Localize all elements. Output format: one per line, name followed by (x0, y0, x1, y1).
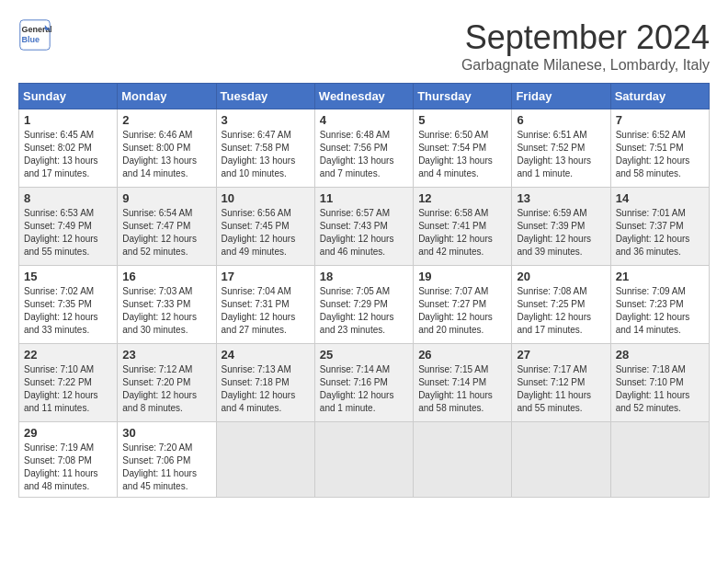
day-number: 8 (24, 191, 112, 205)
table-row: 18Sunrise: 7:05 AMSunset: 7:29 PMDayligh… (314, 266, 413, 344)
table-row: 29Sunrise: 7:19 AMSunset: 7:08 PMDayligh… (19, 422, 118, 498)
col-wednesday: Wednesday (314, 84, 413, 109)
table-row: 9Sunrise: 6:54 AMSunset: 7:47 PMDaylight… (118, 188, 216, 266)
table-row: 13Sunrise: 6:59 AMSunset: 7:39 PMDayligh… (512, 188, 610, 266)
day-number: 11 (320, 191, 408, 205)
day-info: Sunrise: 6:58 AMSunset: 7:41 PMDaylight:… (418, 207, 506, 259)
day-info: Sunrise: 6:46 AMSunset: 8:00 PMDaylight:… (122, 129, 210, 180)
table-row: 25Sunrise: 7:14 AMSunset: 7:16 PMDayligh… (314, 344, 413, 422)
table-row: 20Sunrise: 7:08 AMSunset: 7:25 PMDayligh… (512, 266, 610, 344)
day-info: Sunrise: 6:45 AMSunset: 8:02 PMDaylight:… (24, 129, 112, 180)
table-row: 22Sunrise: 7:10 AMSunset: 7:22 PMDayligh… (19, 344, 118, 422)
day-number: 16 (122, 270, 210, 283)
calendar-table: Sunday Monday Tuesday Wednesday Thursday… (18, 83, 710, 498)
day-info: Sunrise: 6:51 AMSunset: 7:52 PMDaylight:… (517, 129, 605, 180)
day-number: 2 (122, 113, 210, 127)
day-info: Sunrise: 6:56 AMSunset: 7:45 PMDaylight:… (222, 207, 310, 259)
title-section: September 2024 Garbagnate Milanese, Lomb… (461, 18, 710, 74)
month-title: September 2024 (461, 18, 710, 57)
day-info: Sunrise: 7:12 AMSunset: 7:20 PMDaylight:… (122, 363, 210, 415)
day-info: Sunrise: 6:52 AMSunset: 7:51 PMDaylight:… (616, 129, 704, 180)
day-info: Sunrise: 6:53 AMSunset: 7:49 PMDaylight:… (24, 207, 112, 259)
day-number: 10 (222, 191, 310, 205)
day-info: Sunrise: 7:10 AMSunset: 7:22 PMDaylight:… (24, 363, 112, 415)
day-info: Sunrise: 6:48 AMSunset: 7:56 PMDaylight:… (320, 129, 408, 180)
table-row (512, 422, 610, 498)
table-row: 23Sunrise: 7:12 AMSunset: 7:20 PMDayligh… (118, 344, 216, 422)
calendar-week-3: 15Sunrise: 7:02 AMSunset: 7:35 PMDayligh… (19, 266, 710, 344)
table-row: 14Sunrise: 7:01 AMSunset: 7:37 PMDayligh… (610, 188, 709, 266)
table-row: 6Sunrise: 6:51 AMSunset: 7:52 PMDaylight… (512, 109, 610, 188)
table-row: 17Sunrise: 7:04 AMSunset: 7:31 PMDayligh… (216, 266, 314, 344)
day-number: 27 (517, 348, 605, 362)
day-number: 4 (320, 113, 408, 127)
table-row (610, 422, 709, 498)
day-number: 19 (418, 270, 506, 283)
day-info: Sunrise: 7:14 AMSunset: 7:16 PMDaylight:… (320, 363, 408, 415)
day-info: Sunrise: 7:15 AMSunset: 7:14 PMDaylight:… (418, 363, 506, 415)
day-number: 5 (418, 113, 506, 127)
table-row: 1Sunrise: 6:45 AMSunset: 8:02 PMDaylight… (19, 109, 118, 188)
day-number: 24 (222, 348, 310, 362)
day-info: Sunrise: 7:01 AMSunset: 7:37 PMDaylight:… (616, 207, 704, 259)
day-number: 9 (122, 191, 210, 205)
table-row: 30Sunrise: 7:20 AMSunset: 7:06 PMDayligh… (118, 422, 216, 498)
day-info: Sunrise: 7:18 AMSunset: 7:10 PMDaylight:… (616, 363, 704, 415)
day-info: Sunrise: 6:54 AMSunset: 7:47 PMDaylight:… (122, 207, 210, 259)
table-row: 11Sunrise: 6:57 AMSunset: 7:43 PMDayligh… (314, 188, 413, 266)
table-row: 24Sunrise: 7:13 AMSunset: 7:18 PMDayligh… (216, 344, 314, 422)
day-number: 3 (222, 113, 310, 127)
table-row: 5Sunrise: 6:50 AMSunset: 7:54 PMDaylight… (414, 109, 512, 188)
col-friday: Friday (512, 84, 610, 109)
day-number: 28 (616, 348, 704, 362)
calendar-week-4: 22Sunrise: 7:10 AMSunset: 7:22 PMDayligh… (19, 344, 710, 422)
table-row: 15Sunrise: 7:02 AMSunset: 7:35 PMDayligh… (19, 266, 118, 344)
day-number: 20 (517, 270, 605, 283)
day-number: 15 (24, 270, 112, 283)
header-row: Sunday Monday Tuesday Wednesday Thursday… (19, 84, 710, 109)
logo-icon: General Blue (18, 18, 51, 52)
day-number: 21 (616, 270, 704, 283)
day-info: Sunrise: 7:03 AMSunset: 7:33 PMDaylight:… (122, 285, 210, 337)
day-number: 12 (418, 191, 506, 205)
day-info: Sunrise: 7:19 AMSunset: 7:08 PMDaylight:… (24, 442, 112, 493)
table-row: 27Sunrise: 7:17 AMSunset: 7:12 PMDayligh… (512, 344, 610, 422)
calendar-week-2: 8Sunrise: 6:53 AMSunset: 7:49 PMDaylight… (19, 188, 710, 266)
day-info: Sunrise: 7:08 AMSunset: 7:25 PMDaylight:… (517, 285, 605, 337)
table-row: 7Sunrise: 6:52 AMSunset: 7:51 PMDaylight… (610, 109, 709, 188)
col-tuesday: Tuesday (216, 84, 314, 109)
day-info: Sunrise: 7:20 AMSunset: 7:06 PMDaylight:… (122, 442, 210, 493)
table-row: 26Sunrise: 7:15 AMSunset: 7:14 PMDayligh… (414, 344, 512, 422)
day-info: Sunrise: 7:04 AMSunset: 7:31 PMDaylight:… (222, 285, 310, 337)
day-number: 17 (222, 270, 310, 283)
page-header: General Blue September 2024 Garbagnate M… (18, 18, 710, 74)
day-info: Sunrise: 6:59 AMSunset: 7:39 PMDaylight:… (517, 207, 605, 259)
day-number: 14 (616, 191, 704, 205)
day-info: Sunrise: 7:05 AMSunset: 7:29 PMDaylight:… (320, 285, 408, 337)
table-row: 19Sunrise: 7:07 AMSunset: 7:27 PMDayligh… (414, 266, 512, 344)
day-info: Sunrise: 7:02 AMSunset: 7:35 PMDaylight:… (24, 285, 112, 337)
day-number: 13 (517, 191, 605, 205)
day-info: Sunrise: 7:07 AMSunset: 7:27 PMDaylight:… (418, 285, 506, 337)
day-info: Sunrise: 7:13 AMSunset: 7:18 PMDaylight:… (222, 363, 310, 415)
day-number: 7 (616, 113, 704, 127)
table-row: 12Sunrise: 6:58 AMSunset: 7:41 PMDayligh… (414, 188, 512, 266)
day-info: Sunrise: 6:50 AMSunset: 7:54 PMDaylight:… (418, 129, 506, 180)
table-row: 10Sunrise: 6:56 AMSunset: 7:45 PMDayligh… (216, 188, 314, 266)
day-number: 23 (122, 348, 210, 362)
day-number: 26 (418, 348, 506, 362)
table-row: 4Sunrise: 6:48 AMSunset: 7:56 PMDaylight… (314, 109, 413, 188)
col-saturday: Saturday (610, 84, 709, 109)
day-number: 6 (517, 113, 605, 127)
table-row: 2Sunrise: 6:46 AMSunset: 8:00 PMDaylight… (118, 109, 216, 188)
logo: General Blue (18, 18, 51, 52)
table-row (216, 422, 314, 498)
svg-text:Blue: Blue (22, 35, 40, 44)
col-sunday: Sunday (19, 84, 118, 109)
col-thursday: Thursday (414, 84, 512, 109)
day-number: 22 (24, 348, 112, 362)
table-row: 16Sunrise: 7:03 AMSunset: 7:33 PMDayligh… (118, 266, 216, 344)
day-number: 29 (24, 426, 112, 440)
table-row: 8Sunrise: 6:53 AMSunset: 7:49 PMDaylight… (19, 188, 118, 266)
calendar-week-5: 29Sunrise: 7:19 AMSunset: 7:08 PMDayligh… (19, 422, 710, 498)
